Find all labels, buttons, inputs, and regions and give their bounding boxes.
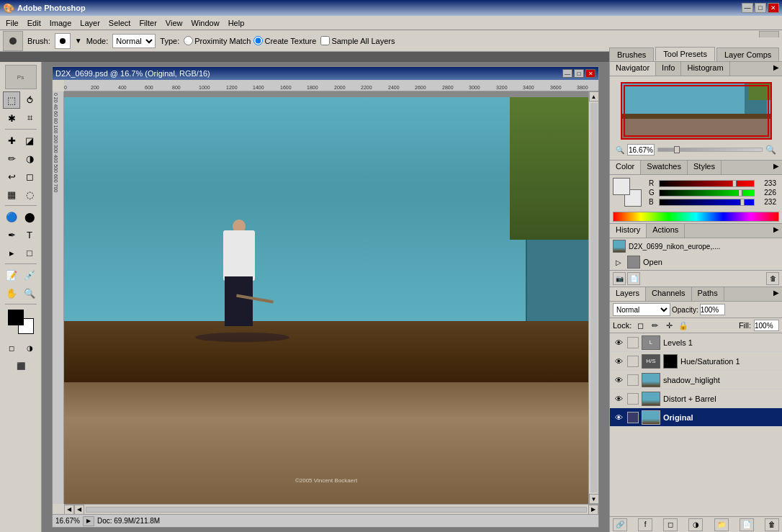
brush-size-indicator[interactable]: ▼: [75, 37, 82, 45]
layer-mask-btn[interactable]: ◻: [663, 518, 678, 531]
burn-tool[interactable]: ⬤: [21, 208, 38, 225]
layer-item-levels1[interactable]: 👁 L Levels 1: [610, 333, 782, 352]
scroll-prev-btn[interactable]: ◀: [74, 505, 84, 515]
scroll-right-btn[interactable]: ▶: [588, 505, 598, 515]
mode-select[interactable]: Normal Multiply Screen: [112, 34, 156, 48]
fill-input[interactable]: [754, 320, 779, 331]
menu-layer[interactable]: Layer: [76, 17, 104, 29]
layer-visibility-original[interactable]: 👁: [613, 412, 624, 423]
lasso-tool[interactable]: ⥀: [21, 91, 38, 109]
menu-help[interactable]: Help: [224, 17, 249, 29]
layer-visibility-huesat1[interactable]: 👁: [613, 356, 624, 367]
hand-tool[interactable]: ✋: [3, 284, 20, 302]
lock-transparency-btn[interactable]: ◻: [634, 320, 646, 331]
shape-tool[interactable]: □: [21, 244, 38, 261]
history-options-btn[interactable]: ▶: [770, 224, 782, 238]
close-button[interactable]: ✕: [768, 3, 779, 13]
clone-stamp-tool[interactable]: ◑: [21, 150, 38, 167]
layers-options-btn[interactable]: ▶: [770, 287, 782, 301]
sample-checkbox[interactable]: [320, 36, 330, 45]
layer-item-huesat1[interactable]: 👁 H/S Hue/Saturation 1: [610, 352, 782, 371]
layer-item-distort[interactable]: 👁 Distort + Barrel: [610, 389, 782, 408]
tab-navigator[interactable]: Navigator: [610, 62, 656, 76]
path-selection-tool[interactable]: ▸: [3, 244, 20, 261]
brush-tool[interactable]: ✏: [3, 150, 20, 167]
r-slider[interactable]: [659, 180, 755, 187]
tab-actions[interactable]: Actions: [647, 224, 685, 238]
layer-group-btn[interactable]: 📁: [714, 518, 729, 531]
layer-link-distort[interactable]: [627, 393, 639, 405]
lock-image-btn[interactable]: ✏: [649, 320, 660, 331]
fg-color-swatch[interactable]: [613, 178, 630, 195]
standard-mode-btn[interactable]: ◻: [3, 339, 20, 356]
tab-channels[interactable]: Channels: [646, 287, 691, 301]
crop-tool[interactable]: ⌗: [21, 109, 38, 127]
history-brush-tool[interactable]: ↩: [3, 168, 20, 185]
tab-info[interactable]: Info: [656, 62, 681, 76]
lock-all-btn[interactable]: 🔒: [678, 320, 689, 331]
zoom-pct-input[interactable]: [627, 144, 655, 155]
quickmask-btn[interactable]: ◑: [21, 339, 38, 356]
blend-mode-select[interactable]: Normal Multiply Screen Overlay: [613, 303, 670, 316]
delete-layer-btn[interactable]: 🗑: [765, 518, 779, 531]
zoom-in-icon[interactable]: 🔍: [765, 145, 776, 155]
brush-preview[interactable]: [55, 33, 71, 49]
tab-swatches[interactable]: Swatches: [641, 161, 688, 174]
layer-item-shadow[interactable]: 👁 shadow_higlight: [610, 371, 782, 389]
magic-wand-tool[interactable]: ✱: [3, 109, 20, 127]
menu-edit[interactable]: Edit: [23, 17, 45, 29]
zoom-slider[interactable]: [657, 148, 763, 152]
scroll-up-btn[interactable]: ▲: [589, 91, 599, 102]
gradient-tool[interactable]: ▦: [3, 186, 20, 203]
color-spectrum-bar[interactable]: [613, 212, 779, 222]
tab-layer-comps[interactable]: Layer Comps: [716, 48, 779, 61]
vertical-scrollbar[interactable]: ▲ ▼: [588, 91, 598, 504]
tab-layers[interactable]: Layers: [610, 287, 646, 301]
layer-link-huesat1[interactable]: [627, 356, 639, 367]
canvas-viewport[interactable]: ©2005 Vincent Bockaert: [64, 91, 588, 504]
scroll-track-h[interactable]: [86, 507, 587, 513]
menu-filter[interactable]: Filter: [135, 17, 161, 29]
layer-item-original[interactable]: 👁 Original: [610, 408, 782, 427]
tab-histogram[interactable]: Histogram: [681, 62, 729, 76]
color-boxes[interactable]: [8, 310, 34, 334]
tab-brushes[interactable]: Brushes: [609, 48, 654, 61]
dodge-tool[interactable]: 🔵: [3, 208, 20, 225]
zoom-tool[interactable]: 🔍: [21, 284, 38, 302]
blur-tool[interactable]: ◌: [21, 186, 38, 203]
menu-window[interactable]: Window: [187, 17, 224, 29]
tab-styles[interactable]: Styles: [688, 161, 722, 174]
tab-tool-presets[interactable]: Tool Presets: [655, 47, 715, 61]
lock-position-btn[interactable]: ✛: [663, 320, 675, 331]
menu-image[interactable]: Image: [45, 17, 76, 29]
delete-history-btn[interactable]: 🗑: [766, 272, 779, 285]
layer-visibility-distort[interactable]: 👁: [613, 393, 624, 405]
zoom-out-icon[interactable]: 🔍: [616, 146, 624, 154]
create-texture-option[interactable]: Create Texture: [253, 36, 316, 45]
healing-brush-tool[interactable]: ✚: [3, 132, 20, 149]
b-slider-thumb[interactable]: [740, 199, 745, 206]
layer-link-original[interactable]: [627, 412, 639, 423]
new-document-btn[interactable]: 📄: [627, 272, 640, 285]
foreground-color-box[interactable]: [8, 310, 24, 325]
sample-all-layers-option[interactable]: Sample All Layers: [320, 36, 395, 45]
tab-paths[interactable]: Paths: [692, 287, 724, 301]
layer-link-shadow[interactable]: [627, 374, 639, 386]
layer-visibility-levels1[interactable]: 👁: [613, 337, 624, 348]
notes-tool[interactable]: 📝: [3, 266, 20, 284]
proximity-match-option[interactable]: Proximity Match: [184, 36, 251, 45]
canvas-close-btn[interactable]: ✕: [585, 69, 596, 78]
menu-select[interactable]: Select: [104, 17, 135, 29]
g-slider[interactable]: [659, 189, 755, 197]
screen-mode-btn[interactable]: ⬛: [3, 357, 39, 374]
b-slider[interactable]: [659, 199, 755, 206]
layer-visibility-shadow[interactable]: 👁: [613, 374, 624, 386]
new-layer-btn[interactable]: 📄: [740, 518, 754, 531]
canvas-maximize-btn[interactable]: □: [574, 69, 584, 78]
scroll-left-btn[interactable]: ◀: [64, 505, 74, 515]
navigator-options-btn[interactable]: ▶: [770, 62, 782, 76]
zoom-slider-thumb[interactable]: [674, 146, 680, 153]
menu-file[interactable]: File: [1, 17, 23, 29]
opacity-input[interactable]: [700, 304, 725, 315]
menu-view[interactable]: View: [161, 17, 187, 29]
